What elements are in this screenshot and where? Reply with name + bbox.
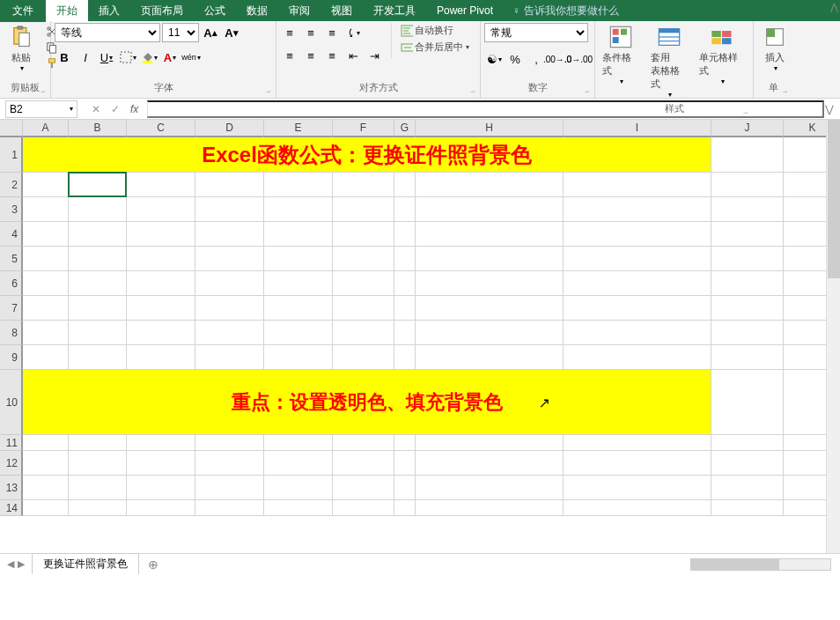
column-header[interactable]: F: [333, 120, 394, 137]
column-header[interactable]: I: [564, 120, 711, 137]
cell[interactable]: [564, 500, 711, 516]
merge-center-button[interactable]: 合并后居中▾: [399, 40, 471, 55]
cell[interactable]: [264, 476, 333, 500]
row-header[interactable]: 7: [0, 296, 23, 321]
cell[interactable]: [23, 296, 69, 321]
tab-dev[interactable]: 开发工具: [363, 0, 426, 22]
format-table-button[interactable]: 套用 表格格式▾: [647, 23, 692, 100]
row-header[interactable]: 12: [0, 451, 23, 476]
cell[interactable]: [69, 451, 127, 476]
row-header[interactable]: 6: [0, 271, 23, 296]
cell[interactable]: [195, 296, 264, 321]
cell[interactable]: [23, 321, 69, 345]
cell[interactable]: [564, 173, 711, 197]
cell[interactable]: [711, 296, 784, 321]
cell[interactable]: [195, 435, 264, 451]
row-header[interactable]: 8: [0, 321, 23, 345]
cell[interactable]: [333, 197, 394, 222]
cell[interactable]: [416, 500, 564, 516]
expand-formula-bar-button[interactable]: ⋁: [824, 103, 840, 115]
cell[interactable]: [23, 222, 69, 247]
cell[interactable]: [416, 435, 564, 451]
cell[interactable]: [711, 370, 784, 435]
cell[interactable]: [23, 476, 69, 500]
row-header[interactable]: 13: [0, 476, 23, 500]
cell[interactable]: [394, 296, 416, 321]
cell[interactable]: [264, 247, 333, 271]
row-header[interactable]: 10: [0, 370, 23, 435]
cell[interactable]: [564, 345, 711, 370]
cell[interactable]: [564, 197, 711, 222]
cell[interactable]: [711, 197, 784, 222]
cell[interactable]: [564, 247, 711, 271]
number-format-select[interactable]: 常规: [484, 23, 588, 42]
add-sheet-button[interactable]: ⊕: [139, 557, 167, 572]
tab-home[interactable]: 开始: [46, 0, 88, 22]
collapse-ribbon-icon[interactable]: ⋀: [830, 2, 838, 13]
banner-title[interactable]: Excel函数公式：更换证件照背景色: [23, 137, 711, 173]
cell[interactable]: [333, 247, 394, 271]
cell[interactable]: [195, 173, 264, 197]
cell[interactable]: [333, 345, 394, 370]
cell[interactable]: [264, 345, 333, 370]
cell[interactable]: [711, 137, 784, 173]
cell[interactable]: [564, 296, 711, 321]
cell[interactable]: [69, 500, 127, 516]
cell[interactable]: [69, 173, 127, 197]
cell[interactable]: [333, 476, 394, 500]
insert-cells-button[interactable]: 插入▾: [757, 23, 792, 74]
enter-formula-button[interactable]: ✓: [107, 103, 123, 115]
cell[interactable]: [394, 247, 416, 271]
cell[interactable]: [264, 451, 333, 476]
horizontal-scrollbar[interactable]: [690, 558, 831, 571]
row-header[interactable]: 1: [0, 137, 23, 173]
tab-insert[interactable]: 插入: [88, 0, 130, 22]
cell[interactable]: [264, 321, 333, 345]
cell[interactable]: [564, 451, 711, 476]
cell-styles-button[interactable]: 单元格样式▾: [696, 23, 749, 87]
cell[interactable]: [564, 271, 711, 296]
cell[interactable]: [416, 247, 564, 271]
cell[interactable]: [195, 247, 264, 271]
paste-button[interactable]: 粘贴 ▾: [4, 23, 39, 74]
cell[interactable]: [564, 435, 711, 451]
tab-data[interactable]: 数据: [236, 0, 278, 22]
scroll-thumb[interactable]: [828, 120, 840, 278]
cell[interactable]: [23, 247, 69, 271]
decrease-decimal-button[interactable]: .0→.00: [569, 49, 588, 69]
column-header[interactable]: D: [195, 120, 264, 137]
cell[interactable]: [264, 271, 333, 296]
bold-button[interactable]: B: [55, 48, 74, 67]
cell[interactable]: [416, 197, 564, 222]
cell[interactable]: [127, 500, 195, 516]
cell[interactable]: [23, 197, 69, 222]
cell[interactable]: [23, 451, 69, 476]
row-header[interactable]: 2: [0, 173, 23, 197]
borders-button[interactable]: ▾: [118, 48, 137, 67]
cell[interactable]: [23, 271, 69, 296]
cell[interactable]: [333, 321, 394, 345]
cell[interactable]: [333, 173, 394, 197]
orientation-button[interactable]: ⤹▾: [343, 23, 363, 42]
font-color-button[interactable]: A▾: [160, 48, 180, 67]
cell[interactable]: [394, 271, 416, 296]
cell[interactable]: [264, 296, 333, 321]
column-header[interactable]: H: [416, 120, 564, 137]
cell[interactable]: [23, 173, 69, 197]
row-header[interactable]: 11: [0, 435, 23, 451]
cell[interactable]: [127, 197, 195, 222]
cell[interactable]: [711, 345, 784, 370]
cell[interactable]: [711, 222, 784, 247]
cell[interactable]: [127, 222, 195, 247]
cell[interactable]: [394, 500, 416, 516]
increase-indent-button[interactable]: ⇥: [365, 46, 384, 65]
cell[interactable]: [333, 435, 394, 451]
sheet-tab-active[interactable]: 更换证件照背景色: [32, 553, 139, 575]
cell[interactable]: [195, 451, 264, 476]
cell[interactable]: [195, 197, 264, 222]
align-top-button[interactable]: ≡: [280, 23, 299, 42]
cell[interactable]: [264, 435, 333, 451]
cell[interactable]: [333, 222, 394, 247]
cell[interactable]: [333, 451, 394, 476]
sheet-nav-next[interactable]: ▶: [18, 558, 25, 570]
